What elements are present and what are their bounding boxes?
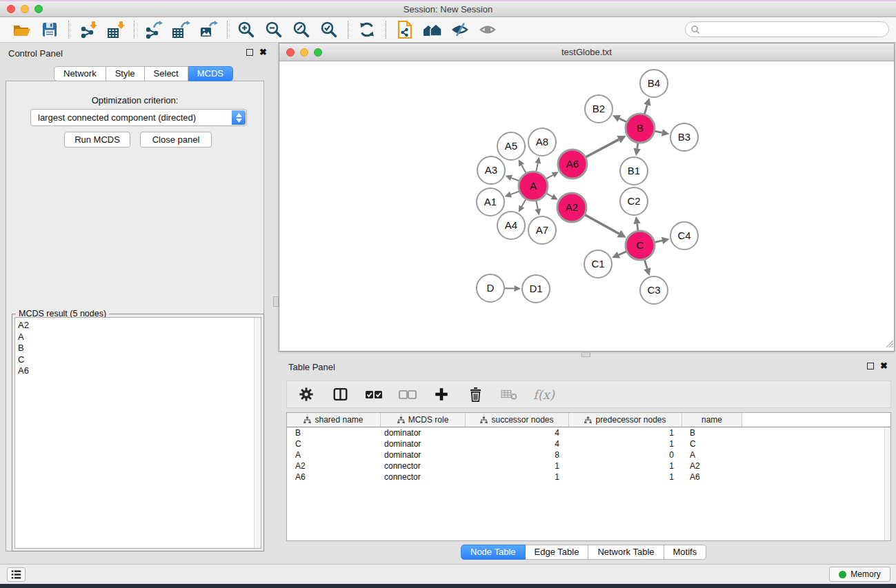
graph-edge-A-A5[interactable] (519, 159, 526, 172)
graph-node-B3[interactable]: B3 (670, 123, 698, 151)
search-field[interactable] (685, 21, 889, 37)
network-window-titlebar[interactable]: testGlobe.txt (279, 43, 894, 61)
graph-edge-B-B3[interactable] (655, 129, 670, 136)
graph-edge-D-D1[interactable] (505, 285, 521, 292)
table-options-gear-icon[interactable] (297, 384, 316, 405)
export-image-icon[interactable] (195, 19, 222, 40)
graph-edge-C-C3[interactable] (644, 260, 650, 276)
graph-edge-A-A4[interactable] (519, 199, 526, 212)
run-mcds-button[interactable]: Run MCDS (64, 132, 130, 148)
add-column-icon[interactable] (432, 384, 451, 405)
graph-node-C4[interactable]: C4 (670, 222, 698, 250)
graph-node-D[interactable]: D (477, 274, 504, 302)
minimize-window-button[interactable] (21, 5, 29, 13)
table-row[interactable]: A6connector11A6 (287, 472, 890, 483)
graph-node-C[interactable]: C (626, 231, 655, 260)
graph-node-A1[interactable]: A1 (477, 188, 504, 216)
vertical-splitter-handle[interactable] (273, 296, 279, 307)
graph-node-A2[interactable]: A2 (557, 193, 586, 222)
mcds-result-item[interactable]: B (15, 343, 261, 354)
graph-edge-A-A6[interactable] (546, 172, 559, 179)
graph-node-B1[interactable]: B1 (620, 157, 648, 185)
zoom-fit-icon[interactable] (288, 19, 315, 40)
graph-edge-C-C4[interactable] (655, 237, 669, 244)
column-header-successor-nodes[interactable]: successor nodes (466, 413, 569, 427)
import-table-icon[interactable] (101, 19, 129, 40)
table-row[interactable]: Adominator80A (287, 449, 890, 460)
mcds-result-item[interactable]: A (15, 332, 261, 343)
graph-node-A6[interactable]: A6 (558, 150, 587, 179)
network-canvas[interactable]: B4B2BB3B1A5A8A6A3AA1A2A4A7C2CC4C1C3DD1 (279, 61, 894, 351)
import-network-icon[interactable] (74, 19, 101, 40)
table-row[interactable]: Cdominator41C (287, 438, 890, 449)
zoom-out-icon[interactable] (260, 19, 288, 40)
export-network-icon[interactable] (139, 19, 167, 40)
graph-edge-B-B1[interactable] (633, 143, 640, 156)
network-close-button[interactable] (286, 48, 295, 57)
tab-network-table[interactable]: Network Table (588, 545, 664, 560)
graph-edge-B-B4[interactable] (644, 98, 650, 114)
graph-node-A4[interactable]: A4 (497, 212, 525, 239)
graph-node-C1[interactable]: C1 (584, 250, 612, 278)
save-session-icon[interactable] (36, 19, 63, 40)
horizontal-splitter-handle[interactable] (581, 352, 590, 357)
optimization-criterion-select[interactable]: largest connected component (directed) (30, 109, 247, 126)
open-recent-session-icon[interactable] (391, 19, 419, 40)
graph-node-B[interactable]: B (626, 114, 655, 143)
table-scrollbar[interactable] (884, 427, 890, 540)
graph-node-A7[interactable]: A7 (528, 216, 556, 244)
tab-motifs[interactable]: Motifs (664, 545, 707, 560)
mcds-result-item[interactable]: C (15, 354, 261, 366)
close-panel-button[interactable]: Close panel (140, 132, 212, 148)
control-panel-float-icon[interactable] (246, 49, 253, 56)
graph-edge-B-B2[interactable] (613, 115, 626, 122)
tab-network[interactable]: Network (54, 66, 106, 81)
task-history-button[interactable] (7, 567, 26, 582)
search-input[interactable] (700, 22, 888, 37)
tab-mcds[interactable]: MCDS (188, 66, 233, 81)
column-header-mcds-role[interactable]: MCDS role (381, 413, 466, 427)
graph-edge-A-A8[interactable] (535, 157, 541, 172)
column-header-name[interactable]: name (682, 413, 742, 427)
mcds-result-list[interactable]: A2ABCA6 (14, 317, 261, 549)
column-header-predecessor-nodes[interactable]: predecessor nodes (569, 413, 682, 427)
graph-edge-A2-C[interactable] (585, 215, 626, 238)
deselect-all-checkboxes-icon[interactable] (398, 384, 417, 405)
graph-node-C2[interactable]: C2 (620, 187, 648, 215)
refresh-layout-icon[interactable] (353, 19, 381, 40)
mcds-result-item[interactable]: A6 (15, 365, 261, 377)
tab-select[interactable]: Select (145, 66, 188, 81)
graph-edge-A-A3[interactable] (506, 175, 519, 181)
mcds-result-item[interactable]: A2 (15, 320, 261, 332)
graph-edge-A-A2[interactable] (546, 194, 558, 200)
memory-button[interactable]: Memory (829, 567, 890, 582)
tab-node-table[interactable]: Node Table (461, 545, 526, 560)
delete-column-icon[interactable] (466, 384, 485, 405)
export-table-icon[interactable] (167, 19, 195, 40)
close-window-button[interactable] (7, 5, 15, 13)
graph-node-C3[interactable]: C3 (640, 276, 668, 304)
graph-edge-A-A7[interactable] (535, 201, 541, 216)
resize-grip-icon[interactable] (884, 338, 893, 350)
show-graphics-details-icon[interactable] (474, 19, 501, 40)
table-row[interactable]: Bdominator41B (287, 427, 890, 438)
table-panel-float-icon[interactable] (867, 363, 874, 369)
graph-node-B4[interactable]: B4 (640, 70, 668, 97)
network-canvas-svg[interactable]: B4B2BB3B1A5A8A6A3AA1A2A4A7C2CC4C1C3DD1 (279, 61, 894, 351)
delete-table-icon[interactable] (499, 384, 519, 405)
graph-edge-A-A1[interactable] (505, 192, 519, 198)
graph-node-B2[interactable]: B2 (585, 95, 613, 123)
tab-style[interactable]: Style (106, 66, 145, 81)
zoom-window-button[interactable] (34, 5, 43, 13)
control-panel-close-icon[interactable]: ✖ (259, 49, 267, 56)
tab-edge-table[interactable]: Edge Table (526, 545, 589, 560)
select-all-checkboxes-icon[interactable] (364, 384, 384, 405)
function-builder-icon[interactable]: f(x) (533, 387, 555, 402)
table-panel-close-icon[interactable]: ✖ (880, 363, 888, 369)
open-session-icon[interactable] (8, 19, 36, 40)
network-zoom-button[interactable] (314, 48, 322, 57)
zoom-selected-icon[interactable] (315, 19, 343, 40)
graph-node-A[interactable]: A (519, 172, 548, 201)
hide-panels-icon[interactable] (446, 19, 474, 40)
network-minimize-button[interactable] (300, 48, 308, 57)
